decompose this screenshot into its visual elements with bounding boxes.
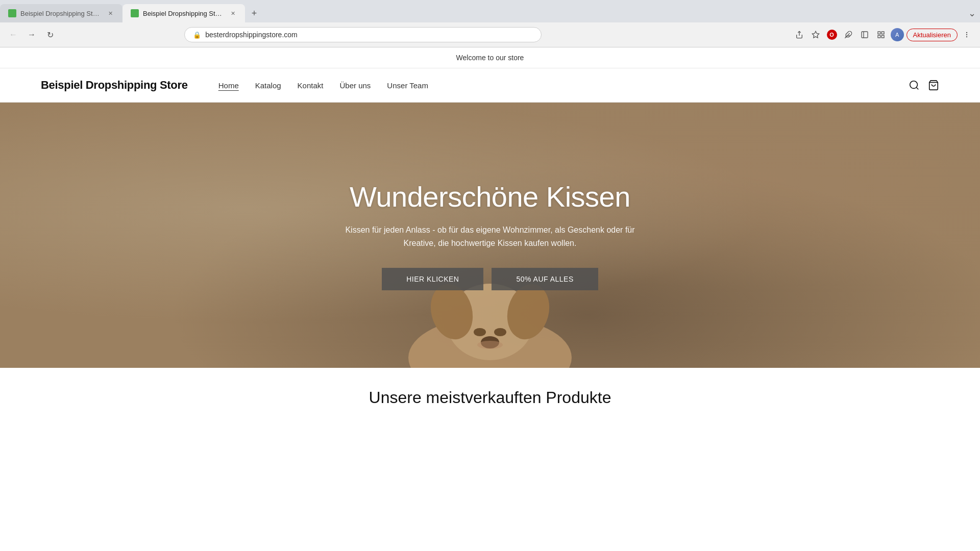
nav-ueber-uns[interactable]: Über uns [339,81,371,90]
opera-icon: O [827,30,837,40]
announcement-bar: Welcome to our store [0,47,980,68]
url-bar[interactable]: 🔒 besterdropshippingstore.com [184,27,542,42]
svg-point-10 [966,32,967,33]
new-tab-button[interactable]: + [247,6,261,20]
share-button[interactable] [792,28,806,42]
tab-label-1: Beispiel Dropshipping Store · ... [20,10,102,17]
menu-button[interactable] [960,28,974,42]
hero-secondary-button[interactable]: 50% AUF ALLES [492,268,598,290]
svg-point-21 [494,328,506,336]
hero-subtitle: Kissen für jeden Anlass - ob für das eig… [345,223,634,249]
tab-label-2: Beispiel Dropshipping Store [143,10,225,17]
hero-buttons: Hier klicken 50% AUF ALLES [345,268,634,290]
nav-home[interactable]: Home [218,81,239,90]
profile-avatar: A [891,28,904,41]
svg-line-14 [916,87,918,89]
hero-section: Wunderschöne Kissen Kissen für jeden Anl… [0,103,980,368]
update-button[interactable]: Aktualisieren [906,29,958,41]
forward-button[interactable]: → [24,28,39,42]
opera-button[interactable]: O [825,28,839,42]
tab-favicon-2 [131,9,139,17]
svg-rect-7 [881,32,884,34]
tab-bar: Beispiel Dropshipping Store · ... ✕ Beis… [0,0,980,22]
site-header: Beispiel Dropshipping Store Home Katalog… [0,68,980,103]
svg-rect-9 [881,35,884,38]
tab-close-1[interactable]: ✕ [106,9,114,17]
search-button[interactable] [909,80,920,91]
svg-point-23 [477,341,503,349]
header-icons [909,80,939,91]
cart-button[interactable] [928,80,939,91]
hero-title: Wunderschöne Kissen [345,180,634,213]
bookmark-button[interactable] [808,28,823,42]
announcement-text: Welcome to our store [456,54,524,62]
svg-point-13 [910,81,918,89]
tab-grid-button[interactable] [874,28,888,42]
svg-point-20 [474,328,486,336]
below-hero: Unsere meistverkauften Produkte [0,368,980,428]
browser-chrome: Beispiel Dropshipping Store · ... ✕ Beis… [0,0,980,47]
sidebar-button[interactable] [857,28,872,42]
nav-unser-team[interactable]: Unser Team [387,81,428,90]
tab-favicon-1 [8,9,16,17]
tab-overflow-button[interactable]: ⌄ [968,8,976,19]
svg-rect-4 [862,32,868,38]
nav-kontakt[interactable]: Kontakt [298,81,324,90]
lock-icon: 🔒 [193,31,201,39]
refresh-button[interactable]: ↻ [43,28,57,42]
browser-tab-2[interactable]: Beispiel Dropshipping Store ✕ [122,4,245,22]
site-wrapper: Welcome to our store Beispiel Dropshippi… [0,47,980,428]
site-logo[interactable]: Beispiel Dropshipping Store [41,79,188,92]
back-button[interactable]: ← [6,28,20,42]
address-bar: ← → ↻ 🔒 besterdropshippingstore.com O [0,22,980,47]
url-text: besterdropshippingstore.com [205,31,298,39]
svg-point-11 [966,34,967,35]
nav-katalog[interactable]: Katalog [255,81,281,90]
toolbar-icons: O A Aktualisieren [792,28,974,42]
extensions-button[interactable] [841,28,855,42]
tab-close-2[interactable]: ✕ [229,9,237,17]
profile-button[interactable]: A [890,28,904,42]
site-nav: Home Katalog Kontakt Über uns Unser Team [218,81,428,90]
hero-content: Wunderschöne Kissen Kissen für jeden Anl… [325,180,655,290]
svg-rect-6 [878,32,880,34]
svg-marker-1 [812,31,819,38]
below-hero-title: Unsere meistverkauften Produkte [41,388,939,407]
svg-rect-8 [878,35,880,38]
svg-point-12 [966,37,967,37]
browser-tab-1[interactable]: Beispiel Dropshipping Store · ... ✕ [0,4,122,22]
hero-primary-button[interactable]: Hier klicken [382,268,483,290]
